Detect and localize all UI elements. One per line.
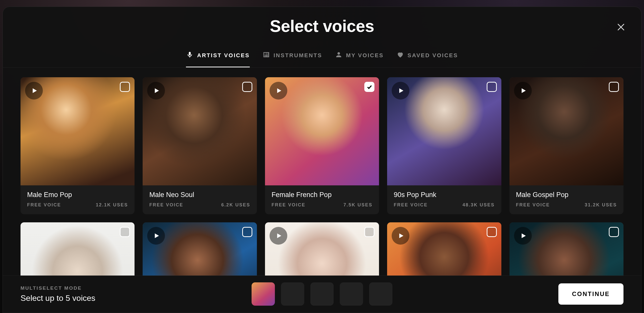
play-button[interactable]: [270, 227, 287, 245]
footer-left: MULTISELECT MODE Select up to 5 voices: [21, 285, 95, 303]
selection-slot-filled[interactable]: [252, 282, 275, 306]
voice-meta: Male Gospel Pop FREE VOICE 31.2K USES: [509, 185, 623, 214]
close-button[interactable]: [615, 22, 627, 33]
select-checkbox[interactable]: [242, 82, 252, 92]
voice-grid: Male Emo Pop FREE VOICE 12.1K USES Male …: [21, 77, 623, 276]
play-button[interactable]: [514, 82, 532, 100]
voice-card[interactable]: [21, 222, 135, 276]
tab-artist-voices[interactable]: ARTIST VOICES: [186, 46, 250, 67]
selection-slot-empty: [310, 282, 334, 306]
play-icon: [397, 87, 405, 94]
voice-name: Male Neo Soul: [149, 191, 250, 199]
select-checkbox[interactable]: [364, 82, 374, 92]
select-checkbox[interactable]: [487, 227, 497, 237]
voice-card[interactable]: [265, 222, 379, 276]
continue-button[interactable]: CONTINUE: [558, 283, 623, 305]
modal-header: Select voices ARTIST VOICESINSTRUMENTSMY…: [3, 7, 641, 68]
tab-my-voices[interactable]: MY VOICES: [335, 46, 384, 67]
voice-name: Male Gospel Pop: [516, 191, 617, 199]
voice-card[interactable]: Female French Pop FREE VOICE 7.5K USES: [265, 77, 379, 214]
mic-icon: [186, 51, 194, 60]
voice-meta: 90s Pop Punk FREE VOICE 48.3K USES: [387, 185, 501, 214]
play-icon: [153, 232, 160, 239]
voice-tier: FREE VOICE: [516, 202, 550, 208]
voice-uses: 12.1K USES: [96, 202, 128, 208]
voice-image: [387, 222, 501, 276]
voice-card[interactable]: [143, 222, 257, 276]
piano-icon: [262, 51, 270, 60]
voice-image: [21, 222, 135, 276]
play-button[interactable]: [392, 227, 409, 245]
select-checkbox[interactable]: [120, 227, 130, 237]
voice-subline: FREE VOICE 6.2K USES: [149, 202, 250, 208]
selection-slot-empty: [369, 282, 392, 306]
tab-saved-voices[interactable]: SAVED VOICES: [396, 46, 458, 67]
play-button[interactable]: [25, 82, 43, 100]
voice-uses: 31.2K USES: [585, 202, 617, 208]
select-voices-modal: Select voices ARTIST VOICESINSTRUMENTSMY…: [3, 7, 641, 313]
select-checkbox[interactable]: [120, 82, 130, 92]
voice-grid-wrap: Male Emo Pop FREE VOICE 12.1K USES Male …: [3, 68, 641, 276]
person-icon: [335, 51, 343, 60]
voice-image: [509, 222, 623, 276]
play-icon: [153, 87, 160, 94]
voice-image: [509, 77, 623, 185]
voice-card[interactable]: Male Neo Soul FREE VOICE 6.2K USES: [143, 77, 257, 214]
voice-image: [387, 77, 501, 185]
play-button[interactable]: [147, 82, 165, 100]
tab-label: MY VOICES: [346, 52, 384, 59]
voice-subline: FREE VOICE 7.5K USES: [272, 202, 372, 208]
tab-bar: ARTIST VOICESINSTRUMENTSMY VOICESSAVED V…: [3, 46, 641, 67]
play-icon: [520, 232, 527, 239]
select-checkbox[interactable]: [487, 82, 497, 92]
heart-icon: [396, 51, 404, 60]
selection-slot-empty: [281, 282, 304, 306]
voice-card[interactable]: Male Emo Pop FREE VOICE 12.1K USES: [21, 77, 135, 214]
voice-subline: FREE VOICE 31.2K USES: [516, 202, 617, 208]
modal-title: Select voices: [3, 16, 641, 36]
play-button[interactable]: [392, 82, 409, 100]
multiselect-mode-label: MULTISELECT MODE: [21, 285, 95, 291]
voice-meta: Male Neo Soul FREE VOICE 6.2K USES: [143, 185, 257, 214]
voice-image: [265, 222, 379, 276]
check-icon: [366, 84, 372, 90]
play-button[interactable]: [147, 227, 165, 245]
tab-instruments[interactable]: INSTRUMENTS: [262, 46, 322, 67]
voice-name: Male Emo Pop: [27, 191, 128, 199]
voice-artwork: [21, 222, 135, 276]
footer-message: Select up to 5 voices: [21, 294, 95, 303]
tab-label: ARTIST VOICES: [197, 52, 250, 59]
voice-image: [143, 77, 257, 185]
select-checkbox[interactable]: [609, 82, 619, 92]
voice-card[interactable]: [387, 222, 501, 276]
selection-slot-empty: [340, 282, 363, 306]
select-checkbox[interactable]: [609, 227, 619, 237]
play-icon: [31, 87, 38, 94]
play-button[interactable]: [514, 227, 532, 245]
play-icon: [397, 232, 405, 239]
voice-uses: 48.3K USES: [463, 202, 495, 208]
voice-card[interactable]: [509, 222, 623, 276]
voice-subline: FREE VOICE 12.1K USES: [27, 202, 128, 208]
play-button[interactable]: [270, 82, 287, 100]
tab-label: INSTRUMENTS: [274, 52, 322, 59]
voice-image: [265, 77, 379, 185]
voice-tier: FREE VOICE: [149, 202, 183, 208]
voice-uses: 7.5K USES: [344, 202, 373, 208]
footer-bar: MULTISELECT MODE Select up to 5 voices C…: [3, 276, 641, 313]
select-checkbox[interactable]: [364, 227, 374, 237]
voice-image: [143, 222, 257, 276]
voice-meta: Female French Pop FREE VOICE 7.5K USES: [265, 185, 379, 214]
voice-uses: 6.2K USES: [221, 202, 250, 208]
voice-name: 90s Pop Punk: [394, 191, 495, 199]
voice-subline: FREE VOICE 48.3K USES: [394, 202, 495, 208]
voice-card[interactable]: Male Gospel Pop FREE VOICE 31.2K USES: [509, 77, 623, 214]
voice-image: [21, 77, 135, 185]
play-icon: [275, 87, 282, 94]
select-checkbox[interactable]: [242, 227, 252, 237]
play-icon: [275, 232, 282, 239]
voice-meta: Male Emo Pop FREE VOICE 12.1K USES: [21, 185, 135, 214]
voice-card[interactable]: 90s Pop Punk FREE VOICE 48.3K USES: [387, 77, 501, 214]
voice-name: Female French Pop: [272, 191, 372, 199]
close-icon: [617, 23, 625, 31]
